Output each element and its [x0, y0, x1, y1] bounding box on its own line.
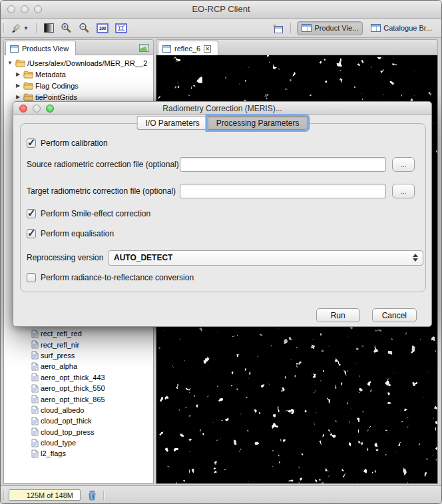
garbage-collect-button[interactable]: [84, 489, 100, 501]
band-item-label: cloud_opt_thick: [41, 417, 91, 425]
band-file-icon: [31, 340, 39, 349]
band-item-label: cloud_type: [41, 439, 76, 447]
tab-reflec-6[interactable]: reflec_6 ✕: [158, 41, 218, 56]
band-item[interactable]: cloud_type: [5, 437, 153, 448]
expand-arrow-icon[interactable]: ▼: [7, 60, 13, 66]
band-item-label: rect_refl_nir: [41, 341, 79, 349]
table-icon: [371, 24, 381, 32]
open-perspective-icon[interactable]: ✦: [270, 21, 284, 35]
contrast-stretch-icon[interactable]: [43, 21, 55, 35]
calibration-checkbox[interactable]: [27, 138, 36, 148]
folder-icon: [23, 82, 33, 90]
statusbar-drag-handle[interactable]: [103, 491, 105, 500]
statusbar-drag-handle[interactable]: [3, 491, 5, 500]
band-file-icon: [31, 395, 39, 403]
tree-bands-group: rect_refl_red rect_refl_nir: [5, 328, 153, 459]
dialog-title: Radiometry Correction (MERIS)...: [13, 104, 431, 113]
editor-header: reflec_6 ✕: [156, 39, 438, 55]
toolbar-separator: [290, 23, 291, 33]
band-item[interactable]: rect_refl_nir: [5, 339, 153, 350]
perspective-product-view[interactable]: Product Vie...: [297, 21, 363, 35]
source-file-input[interactable]: [180, 157, 386, 172]
radiance-conversion-checkbox[interactable]: [27, 273, 36, 282]
band-item[interactable]: cloud_top_press: [5, 427, 153, 437]
band-item[interactable]: aero_opt_thick_550: [5, 383, 153, 393]
band-item-label: cloud_albedo: [41, 406, 84, 414]
band-file-icon: [31, 351, 39, 360]
toolbar-drag-handle[interactable]: [3, 23, 5, 33]
dialog-buttons: Run Cancel: [316, 308, 417, 322]
brush-tool-icon[interactable]: ▼: [9, 21, 30, 35]
target-file-input[interactable]: [180, 184, 386, 198]
cancel-button[interactable]: Cancel: [372, 308, 417, 322]
band-item-label: rect_refl_red: [41, 330, 82, 338]
table-icon: [302, 24, 312, 32]
zoom-fit-icon[interactable]: [114, 21, 128, 35]
band-item-label: aero_opt_thick_550: [41, 384, 105, 392]
band-item[interactable]: cloud_albedo: [5, 405, 153, 415]
band-file-icon: [31, 362, 39, 371]
band-item-label: aero_opt_thick_443: [41, 374, 105, 381]
expand-arrow-icon[interactable]: ▶: [15, 83, 21, 89]
band-file-icon: [31, 427, 39, 436]
smile-correction-checkbox[interactable]: [27, 209, 36, 218]
tab-products-view[interactable]: Products View: [5, 41, 76, 56]
perspective-catalogue-browser[interactable]: Catalogue Br...: [367, 21, 436, 35]
row-equalisation: Perform equalisation: [27, 228, 114, 239]
tab-io-parameters[interactable]: I/O Parameters: [136, 116, 207, 130]
memory-usage-text: 125M of 148M: [27, 491, 73, 499]
expand-arrow-icon[interactable]: ▶: [15, 94, 21, 100]
band-item[interactable]: rect_refl_red: [5, 328, 153, 339]
band-item[interactable]: aero_opt_thick_443: [5, 372, 153, 383]
zoom-out-icon[interactable]: [77, 21, 91, 35]
band-item-label: surf_press: [41, 352, 75, 360]
band-file-icon: [31, 449, 39, 458]
band-file-icon: [31, 384, 39, 393]
main-window: EO-RCP Client ▼: [0, 0, 442, 504]
main-toolbar: ▼ 100: [1, 19, 441, 38]
close-tab-icon[interactable]: ✕: [204, 45, 211, 53]
memory-indicator: 125M of 148M: [9, 489, 81, 501]
equalisation-checkbox[interactable]: [27, 229, 36, 238]
tree-item[interactable]: ▶ Flag Codings: [5, 80, 153, 91]
row-source-file: Source radiometric correction file (opti…: [27, 156, 425, 172]
window-title: EO-RCP Client: [1, 4, 441, 14]
band-file-icon: [31, 373, 39, 381]
brush-dropdown-caret[interactable]: ▼: [23, 25, 29, 31]
target-file-browse-button[interactable]: ...: [392, 184, 415, 198]
row-reprocessing-version: Reprocessing version AUTO_DETECT: [27, 250, 425, 266]
band-item[interactable]: cloud_opt_thick: [5, 415, 153, 426]
row-perform-calibration: Perform calibration: [27, 138, 108, 148]
tree-item[interactable]: ▶ Metadata: [5, 69, 153, 80]
tree-item-label: tiePointGrids: [35, 93, 77, 101]
editor-window-icon: [162, 45, 171, 53]
radiometry-correction-dialog: Radiometry Correction (MERIS)... I/O Par…: [13, 101, 432, 327]
band-file-icon: [31, 330, 39, 338]
status-bar: 125M of 148M: [1, 485, 441, 504]
tab-content-border: [20, 123, 426, 292]
tree-item[interactable]: ▼ /Users/alex/Downloads/MER_RR__2: [5, 57, 153, 69]
view-window-icon: [10, 45, 19, 53]
toolbar-separator: [36, 23, 37, 33]
image-view-icon[interactable]: [139, 44, 149, 52]
tab-processing-parameters[interactable]: Processing Parameters: [208, 116, 308, 130]
brush-icon: [11, 23, 23, 33]
trash-icon: [87, 490, 97, 501]
band-item-label: cloud_top_press: [41, 428, 95, 436]
expand-arrow-icon[interactable]: ▶: [15, 71, 21, 77]
zoom-in-icon[interactable]: [59, 21, 73, 35]
band-item-label: aero_opt_thick_865: [41, 395, 105, 403]
band-item[interactable]: aero_alpha: [5, 361, 153, 372]
reprocessing-version-select[interactable]: AUTO_DETECT: [108, 250, 423, 266]
source-file-browse-button[interactable]: ...: [392, 157, 415, 172]
band-item[interactable]: surf_press: [5, 350, 153, 361]
run-button[interactable]: Run: [316, 308, 360, 322]
folder-icon: [23, 93, 33, 101]
tree-item-label: Metadata: [35, 71, 66, 79]
folder-icon: [23, 71, 33, 79]
zoom-100-icon[interactable]: 100: [95, 21, 110, 35]
folder-icon: [15, 59, 25, 67]
row-radiance-conversion: Perform radiance-to-reflectance conversi…: [27, 272, 194, 283]
band-item[interactable]: aero_opt_thick_865: [5, 393, 153, 404]
band-item[interactable]: l2_flags: [5, 448, 153, 459]
